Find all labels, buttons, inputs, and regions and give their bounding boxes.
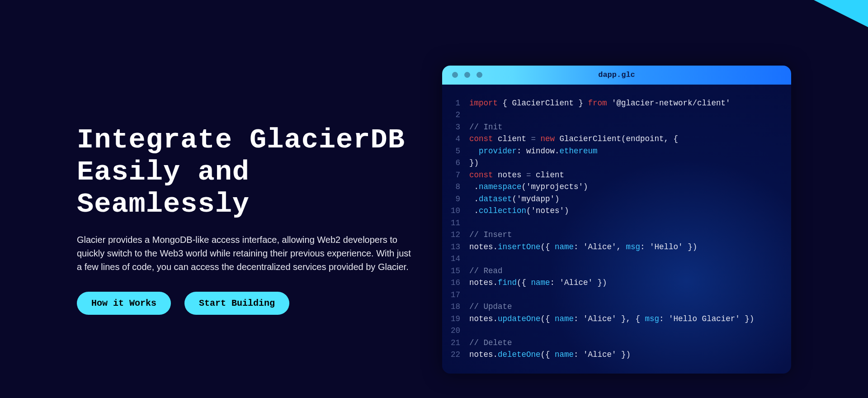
- line-number: 9: [450, 193, 469, 205]
- code-line: 13notes.insertOne({ name: 'Alice', msg: …: [450, 241, 783, 253]
- code-content: }): [469, 157, 479, 169]
- line-number: 16: [450, 277, 469, 289]
- window-dot-icon: [476, 72, 482, 78]
- code-line: 9 .dataset('mydapp'): [450, 193, 783, 205]
- code-filename: dapp.glc: [598, 71, 635, 79]
- code-content: // Update: [469, 301, 512, 313]
- code-content: notes.updateOne({ name: 'Alice' }, { msg…: [469, 313, 754, 325]
- code-line: 3// Init: [450, 121, 783, 133]
- line-number: 12: [450, 229, 469, 241]
- code-line: 6}): [450, 157, 783, 169]
- code-content: // Insert: [469, 229, 512, 241]
- code-line: 14: [450, 253, 783, 265]
- line-number: 2: [450, 109, 469, 121]
- code-line: 7const notes = client: [450, 169, 783, 181]
- hero-text-column: Integrate GlacierDB Easily and Seamlessl…: [77, 124, 420, 315]
- line-number: 7: [450, 169, 469, 181]
- code-content: .collection('notes'): [469, 205, 569, 217]
- code-line: 11: [450, 217, 783, 229]
- code-line: 10 .collection('notes'): [450, 205, 783, 217]
- code-line: 4const client = new GlacierClient(endpoi…: [450, 133, 783, 145]
- code-line: 21// Delete: [450, 337, 783, 349]
- line-number: 5: [450, 145, 469, 157]
- code-line: 16notes.find({ name: 'Alice' }): [450, 277, 783, 289]
- code-line: 17: [450, 289, 783, 301]
- code-content: // Delete: [469, 337, 512, 349]
- start-building-button[interactable]: Start Building: [184, 292, 289, 315]
- code-line: 8 .namespace('myprojects'): [450, 181, 783, 193]
- line-number: 22: [450, 349, 469, 361]
- line-number: 11: [450, 217, 469, 229]
- line-number: 13: [450, 241, 469, 253]
- corner-accent: [814, 0, 868, 27]
- code-body: 1import { GlacierClient } from '@glacier…: [442, 85, 791, 374]
- line-number: 17: [450, 289, 469, 301]
- code-content: const notes = client: [469, 169, 564, 181]
- line-number: 18: [450, 301, 469, 313]
- code-content: provider: window.ethereum: [469, 145, 598, 157]
- line-number: 20: [450, 325, 469, 337]
- code-line: 18// Update: [450, 301, 783, 313]
- line-number: 14: [450, 253, 469, 265]
- code-line: 22notes.deleteOne({ name: 'Alice' }): [450, 349, 783, 361]
- code-window: dapp.glc 1import { GlacierClient } from …: [442, 66, 791, 374]
- code-content: // Read: [469, 265, 503, 277]
- code-content: notes.find({ name: 'Alice' }): [469, 277, 607, 289]
- line-number: 19: [450, 313, 469, 325]
- line-number: 15: [450, 265, 469, 277]
- code-line: 12// Insert: [450, 229, 783, 241]
- code-content: import { GlacierClient } from '@glacier-…: [469, 97, 731, 109]
- code-content: const client = new GlacierClient(endpoin…: [469, 133, 678, 145]
- how-it-works-button[interactable]: How it Works: [77, 292, 171, 315]
- code-titlebar: dapp.glc: [442, 66, 791, 85]
- window-dot-icon: [464, 72, 470, 78]
- line-number: 1: [450, 97, 469, 109]
- code-line: 15// Read: [450, 265, 783, 277]
- code-content: notes.insertOne({ name: 'Alice', msg: 'H…: [469, 241, 697, 253]
- code-content: .dataset('mydapp'): [469, 193, 560, 205]
- hero-heading: Integrate GlacierDB Easily and Seamlessl…: [77, 124, 420, 221]
- window-dots: [452, 72, 482, 78]
- code-content: notes.deleteOne({ name: 'Alice' }): [469, 349, 631, 361]
- code-line: 20: [450, 325, 783, 337]
- code-content: .namespace('myprojects'): [469, 181, 588, 193]
- hero-description: Glacier provides a MongoDB-like access i…: [77, 233, 411, 274]
- hero-buttons: How it Works Start Building: [77, 292, 420, 315]
- code-line: 5 provider: window.ethereum: [450, 145, 783, 157]
- line-number: 3: [450, 121, 469, 133]
- window-dot-icon: [452, 72, 458, 78]
- line-number: 4: [450, 133, 469, 145]
- code-line: 2: [450, 109, 783, 121]
- code-line: 1import { GlacierClient } from '@glacier…: [450, 97, 783, 109]
- code-content: // Init: [469, 121, 503, 133]
- code-line: 19notes.updateOne({ name: 'Alice' }, { m…: [450, 313, 783, 325]
- line-number: 21: [450, 337, 469, 349]
- hero-container: Integrate GlacierDB Easily and Seamlessl…: [0, 0, 868, 398]
- line-number: 10: [450, 205, 469, 217]
- line-number: 8: [450, 181, 469, 193]
- line-number: 6: [450, 157, 469, 169]
